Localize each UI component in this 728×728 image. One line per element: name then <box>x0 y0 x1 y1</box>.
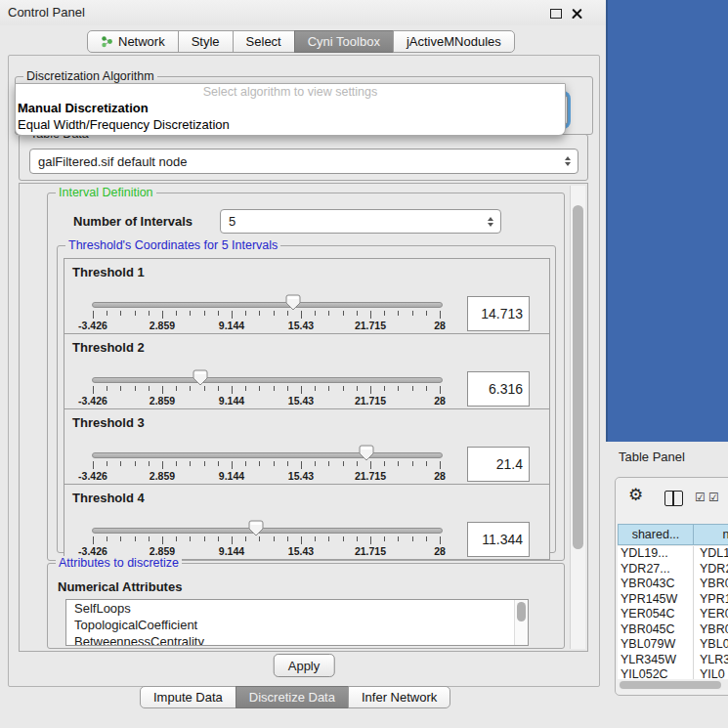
table-horizontal-scrollbar[interactable] <box>619 680 728 690</box>
threshold-value-field[interactable]: 21.4 <box>467 447 530 482</box>
tick-mark <box>93 461 94 469</box>
float-window-icon[interactable] <box>550 9 562 19</box>
combo-arrows-icon <box>488 217 493 227</box>
tick-mark <box>412 386 413 391</box>
table-row[interactable]: YBR045CYBR0 <box>618 622 728 638</box>
slider-handle[interactable] <box>193 369 208 386</box>
slider-handle[interactable] <box>359 445 374 461</box>
tick-mark <box>328 311 329 316</box>
table-row[interactable]: YPR145WYPR1 <box>618 592 728 608</box>
tick-mark <box>398 461 399 466</box>
numerical-attributes-list[interactable]: SelfLoopsTopologicalCoefficientBetweenne… <box>65 599 529 646</box>
tick-mark <box>426 461 427 466</box>
column-header-label: shared... <box>632 528 680 541</box>
tab-discretize-data[interactable]: Discretize Data <box>236 686 349 708</box>
tick-mark <box>149 311 150 316</box>
screen: { "titlebar": { "title": "Control Panel"… <box>0 0 728 728</box>
table-row[interactable]: YLR345WYLR3 <box>618 653 728 668</box>
checkbox-checked-icon[interactable]: ☑ <box>695 492 706 503</box>
tick-mark <box>232 311 233 319</box>
slider-track[interactable] <box>92 528 443 534</box>
tab-impute-data[interactable]: Impute Data <box>140 686 236 708</box>
network-icon <box>101 35 113 48</box>
tab-label: Cyni Toolbox <box>308 34 380 49</box>
scale-label: 9.144 <box>219 545 244 557</box>
combo-arrows-icon <box>565 156 571 166</box>
dropdown-placeholder-item[interactable]: Select algorithm to view settings <box>16 84 565 100</box>
cell-name: YPR1 <box>693 592 728 608</box>
tick-mark <box>274 536 275 541</box>
table-row[interactable]: YER054CYER0 <box>618 607 728 622</box>
table-row[interactable]: YBR043CYBR0 <box>618 577 728 592</box>
threshold-value-field[interactable]: 6.316 <box>467 371 530 407</box>
tick-mark <box>287 386 288 391</box>
tick-mark <box>315 461 316 466</box>
cell-shared-name: YPR145W <box>618 592 693 608</box>
scale-label: 28 <box>434 395 446 407</box>
attribute-item[interactable]: TopologicalCoefficient <box>66 617 528 633</box>
cell-name: YBL0 <box>693 637 728 653</box>
close-icon[interactable] <box>572 8 582 19</box>
tick-mark <box>107 536 107 541</box>
table-row[interactable]: YIL052CYIL0 <box>618 667 728 679</box>
settings-scrollbar-thumb[interactable] <box>573 205 583 549</box>
tab-cyni-toolbox[interactable]: Cyni Toolbox <box>294 30 394 53</box>
table-data-combobox[interactable]: galFiltered.sif default node <box>29 149 578 174</box>
column-header-name[interactable]: na <box>693 524 728 545</box>
tick-mark <box>370 461 371 469</box>
tab-label: Select <box>246 34 281 49</box>
threshold-value-field[interactable]: 11.344 <box>467 522 530 557</box>
slider-handle[interactable] <box>248 520 264 536</box>
tab-select[interactable]: Select <box>233 30 295 53</box>
threshold-label: Threshold 4 <box>72 491 145 505</box>
apply-button[interactable]: Apply <box>274 654 335 677</box>
split-columns-icon[interactable] <box>664 491 683 506</box>
tick-mark <box>162 311 163 319</box>
tick-mark <box>315 536 316 541</box>
tab-label: Network <box>118 34 165 49</box>
dropdown-option-manual-discretization[interactable]: Manual Discretization <box>16 100 565 116</box>
tick-mark <box>287 461 288 466</box>
scale-label: 15.43 <box>288 395 314 407</box>
table-horizontal-scrollbar-thumb[interactable] <box>620 681 721 689</box>
table-data-group: Table Data galFiltered.sif default node <box>19 134 588 181</box>
list-scrollbar-thumb[interactable] <box>517 602 526 621</box>
tab-infer-network[interactable]: Infer Network <box>348 686 450 708</box>
tick-mark <box>176 311 177 316</box>
gear-icon[interactable]: ⚙ <box>628 487 643 503</box>
scale-label: 2.859 <box>150 470 175 482</box>
table-row[interactable]: YDR27...YDR2 <box>618 562 728 578</box>
tick-mark <box>107 386 107 391</box>
dropdown-option-equal-width[interactable]: Equal Width/Frequency Discretization <box>16 116 565 133</box>
settings-scrollbar[interactable] <box>570 186 585 649</box>
slider-track[interactable] <box>92 377 443 383</box>
tab-network[interactable]: Network <box>87 30 179 53</box>
tick-mark <box>440 461 441 469</box>
list-scrollbar[interactable] <box>514 600 528 645</box>
attribute-item[interactable]: BetweennessCentrality <box>66 633 528 646</box>
tick-mark <box>426 536 427 541</box>
slider-handle[interactable] <box>285 294 301 311</box>
tick-mark <box>328 536 329 541</box>
threshold-value-field[interactable]: 14.713 <box>467 296 530 331</box>
cell-name: YBR0 <box>693 622 728 638</box>
threshold-rows: Threshold 1-3.4262.8599.14415.4321.71528… <box>64 259 550 560</box>
table-panel: ⚙ ☑ ☑ shared... na YDL19...YDL1YDR27...Y… <box>615 477 728 696</box>
tab-jactivemnodules[interactable]: jActiveMNodules <box>393 30 515 53</box>
tick-mark <box>93 311 94 319</box>
number-of-intervals-combobox[interactable]: 5 <box>220 209 501 234</box>
column-header-shared-name[interactable]: shared... <box>618 524 694 545</box>
table-row[interactable]: YDL19...YDL1 <box>618 546 728 562</box>
tick-mark <box>259 311 260 316</box>
tick-mark <box>370 536 371 544</box>
checkbox-checked-icon[interactable]: ☑ <box>708 492 719 503</box>
slider-track[interactable] <box>92 302 443 308</box>
slider-track[interactable] <box>92 452 443 458</box>
threshold-row-4: Threshold 4-3.4262.8599.14415.4321.71528… <box>64 484 550 560</box>
tick-mark <box>93 536 94 544</box>
table-row[interactable]: YBL079WYBL0 <box>618 637 728 653</box>
tick-mark <box>440 386 441 394</box>
tick-mark <box>384 386 385 391</box>
tab-style[interactable]: Style <box>178 30 234 53</box>
attribute-item[interactable]: SelfLoops <box>66 600 528 617</box>
